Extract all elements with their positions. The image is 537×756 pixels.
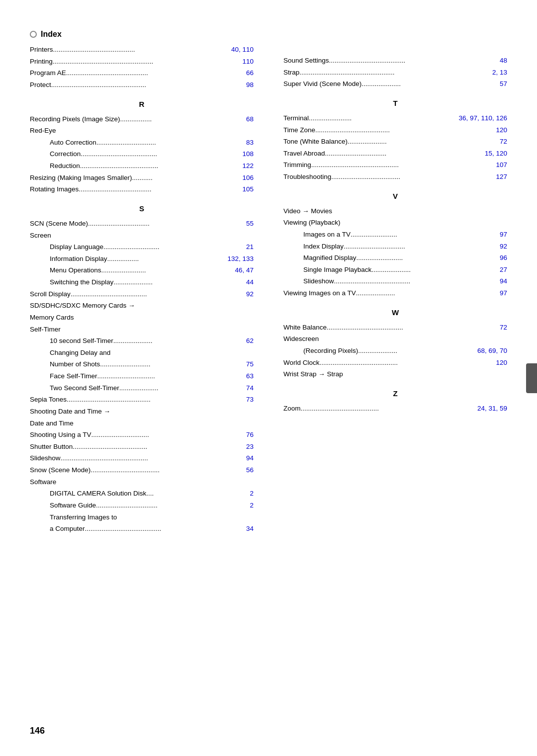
dot-leader: .........................	[357, 252, 500, 264]
page-ref: 120	[496, 357, 507, 369]
r-section: Recording Pixels (Image Size) ..........…	[30, 113, 254, 195]
list-item: Reduction ..............................…	[30, 160, 254, 172]
dot-leader: ...............................	[91, 429, 246, 441]
dot-leader: ...............................	[97, 370, 246, 382]
page-ref: 122	[242, 160, 254, 172]
entry-label: Protect	[30, 79, 51, 91]
list-item: Auto Correction ........................…	[30, 137, 254, 149]
page-ref: 66	[246, 67, 254, 79]
entry-label: Red-Eye	[30, 125, 56, 137]
page-ref: 2, 13	[492, 67, 507, 79]
entry-label: SD/SDHC/SDXC Memory Cards →	[30, 300, 135, 312]
page-ref: 98	[246, 79, 254, 91]
section-v-title: V	[283, 192, 507, 200]
page-ref: 46, 47	[235, 264, 254, 276]
list-item: Program AE .............................…	[30, 67, 254, 79]
right-column: Sound Settings .........................…	[268, 20, 537, 736]
entry-label: Display Language	[50, 241, 103, 253]
list-item: Shooting Date and Time →	[30, 406, 254, 418]
list-item: Tone (White Balance) ...................…	[283, 136, 507, 148]
s-continued: Sound Settings .........................…	[283, 55, 507, 90]
page-ref: 94	[246, 452, 254, 464]
list-item: Number of Shots ........................…	[30, 358, 254, 370]
page-number: 146	[30, 726, 45, 736]
page-ref: 24, 31, 59	[477, 403, 507, 415]
list-item: (Recording Pixels) .....................…	[283, 345, 507, 357]
entry-label: Sepia Tones	[30, 394, 67, 406]
z-section: Zoom ...................................…	[283, 403, 507, 415]
entry-label: DIGITAL CAMERA Solution Disk	[50, 488, 146, 500]
list-item: Scroll Display .........................…	[30, 288, 254, 300]
page: Index Printers .........................…	[0, 0, 537, 756]
index-title: Index	[30, 30, 254, 39]
entry-label: Shooting Using a TV	[30, 429, 91, 441]
dot-leader: .................................	[325, 148, 485, 160]
section-w-title: W	[283, 308, 507, 317]
entry-label: Scroll Display	[30, 288, 71, 300]
entry-label: Viewing (Playback)	[283, 217, 341, 229]
page-ref: 76	[246, 429, 254, 441]
t-section: Terminal ....................... 36, 97,…	[283, 112, 507, 183]
list-item: Images on a TV .........................…	[283, 229, 507, 241]
dot-leader: .....................	[113, 276, 246, 288]
page-ref: 92	[246, 288, 254, 300]
entry-label: Transferring Images to	[50, 511, 117, 523]
list-item: Protect ................................…	[30, 79, 254, 91]
page-ref: 44	[246, 276, 254, 288]
list-item: Correction .............................…	[30, 148, 254, 160]
list-item: Sepia Tones ............................…	[30, 394, 254, 406]
list-item: Screen	[30, 230, 254, 242]
entry-label: a Computer	[50, 523, 85, 535]
list-item: Date and Time	[30, 418, 254, 429]
page-ref: 34	[246, 523, 254, 535]
entry-label: Resizing (Making Images Smaller)	[30, 172, 132, 184]
list-item: Switching the Display ..................…	[30, 276, 254, 288]
page-ref: 105	[242, 183, 254, 195]
list-item: Software	[30, 476, 254, 488]
dot-leader: ........................................…	[329, 55, 500, 67]
page-ref: 15, 120	[485, 148, 507, 160]
entry-label: Time Zone	[283, 124, 315, 136]
list-item: Self-Timer	[30, 324, 254, 336]
list-item: Face Self-Timer ........................…	[30, 370, 254, 382]
dot-leader: ........................................	[73, 441, 246, 453]
entry-label: White Balance	[283, 322, 327, 334]
dot-leader: ........................	[101, 264, 235, 276]
entry-label: Screen	[30, 230, 51, 242]
dot-leader: .....................	[348, 136, 500, 148]
page-ref: 2	[250, 500, 254, 511]
entry-label: Program AE	[30, 67, 66, 79]
dot-leader: ........................................…	[61, 452, 246, 464]
list-item: Printers ...............................…	[30, 44, 254, 56]
entry-label: 10 second Self-Timer	[50, 335, 113, 347]
list-item: Video → Movies	[283, 205, 507, 217]
v-section: Video → Movies Viewing (Playback) Images…	[283, 205, 507, 299]
entry-label: Single Image Playback	[303, 264, 371, 276]
dot-leader: ........................................…	[327, 322, 500, 334]
page-ref: 75	[246, 358, 254, 370]
s-section: SCN (Scene Mode) .......................…	[30, 218, 254, 535]
dot-leader: ...........................	[100, 358, 246, 370]
entry-label: Rotating Images	[30, 183, 79, 195]
entry-label: SCN (Scene Mode)	[30, 218, 88, 230]
page-ref: 68	[246, 113, 254, 125]
dot-leader: .......................................	[79, 183, 242, 195]
page-ref: 27	[500, 264, 507, 276]
dot-leader: .................................	[344, 241, 500, 252]
entry-label: Wrist Strap → Strap	[283, 368, 343, 380]
list-item: Rotating Images ........................…	[30, 183, 254, 195]
list-item: Widescreen	[283, 333, 507, 345]
list-item: Shooting Using a TV ....................…	[30, 429, 254, 441]
page-ref: 107	[496, 159, 507, 171]
page-ref: 120	[496, 124, 507, 136]
dot-leader: ...........	[132, 172, 243, 184]
list-item: Menu Operations ........................…	[30, 264, 254, 276]
entry-label: Slideshow	[30, 452, 61, 464]
dot-leader: .....................	[371, 264, 500, 276]
list-item: Display Language .......................…	[30, 241, 254, 253]
p-section: Printers ...............................…	[30, 44, 254, 91]
entry-label: Reduction	[50, 160, 80, 172]
list-item: Trimming ...............................…	[283, 159, 507, 171]
dot-leader: ........................................…	[71, 288, 246, 300]
dot-leader: .................	[120, 113, 246, 125]
